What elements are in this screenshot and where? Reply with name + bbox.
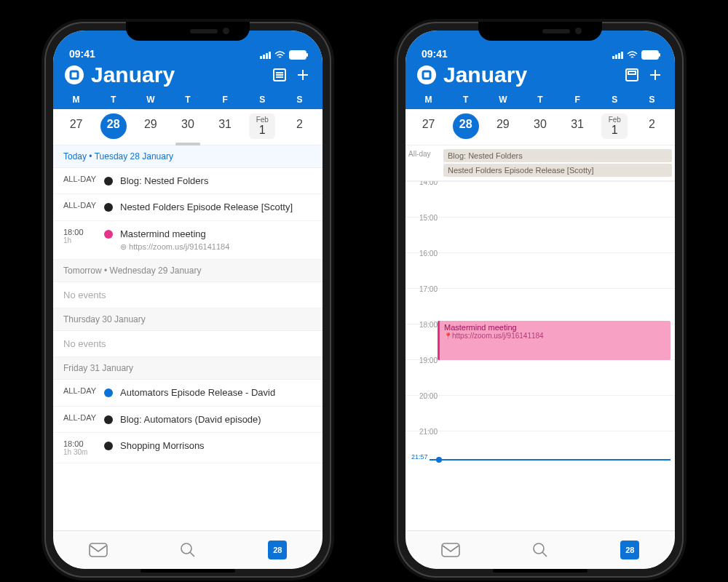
allday-event[interactable]: Blog: Nested Folders [443, 149, 672, 162]
calendar-dot-icon [104, 203, 113, 212]
event-row[interactable]: ALL-DAYBlog: Automators (David episode) [53, 407, 323, 434]
svg-point-8 [181, 543, 191, 554]
hour-label: 16:00 [405, 248, 442, 283]
date-cell[interactable]: Feb1 [249, 113, 275, 139]
tab-bar: 28 [53, 530, 323, 569]
section-header: Friday 31 January [53, 357, 323, 380]
event-title: Mastermind meetinghttps://zoom.us/j/9161… [120, 228, 312, 252]
header: January [53, 61, 323, 92]
agenda-list[interactable]: Today • Tuesday 28 JanuaryALL-DAYBlog: N… [53, 146, 323, 530]
svg-line-17 [542, 552, 547, 557]
phone-agenda: 09:41 January MTWTFSS 2728293031Feb12 [44, 22, 331, 578]
date-cell[interactable]: 28 [100, 113, 127, 139]
event-title: Blog: Nested Folders [120, 175, 312, 188]
status-time: 09:41 [69, 48, 95, 60]
event-row[interactable]: 18:001h 30mShopping Morrisons [53, 433, 323, 463]
notch [126, 22, 250, 41]
event-time: ALL-DAY [63, 413, 97, 426]
phone-dayview: 09:41 January MTWTFSS 2728293031Feb12 [397, 22, 684, 578]
timed-event[interactable]: Mastermind meetinghttps://zoom.us/j/9161… [438, 321, 670, 360]
svg-rect-7 [90, 543, 107, 557]
event-row[interactable]: ALL-DAYBlog: Nested Folders [53, 168, 323, 195]
svg-line-9 [190, 552, 194, 557]
date-cell[interactable]: 29 [138, 113, 164, 139]
home-indicator[interactable] [141, 569, 235, 573]
calendar-dot-icon [104, 415, 113, 424]
add-event-icon[interactable] [295, 67, 311, 83]
status-time: 09:41 [422, 48, 448, 60]
event-time: ALL-DAY [63, 201, 97, 214]
account-avatar[interactable] [417, 65, 436, 84]
date-cell[interactable]: 2 [638, 113, 665, 139]
signal-icon [612, 52, 623, 59]
date-cell[interactable]: 30 [527, 113, 553, 139]
weekday-row: MTWTFSS [53, 92, 323, 109]
date-cell[interactable]: 27 [416, 113, 442, 139]
event-title: Shopping Morrisons [120, 439, 312, 456]
battery-icon [289, 50, 306, 60]
home-indicator[interactable] [493, 569, 587, 573]
view-toggle-day-icon[interactable] [624, 67, 640, 83]
hour-label: 14:00 [405, 181, 442, 212]
calendar-dot-icon [104, 442, 113, 450]
hour-grid[interactable]: 14:0015:0016:0017:0018:0019:0020:0021:00… [405, 181, 675, 530]
now-indicator [410, 459, 670, 461]
tab-mail[interactable] [76, 543, 120, 557]
tab-calendar[interactable]: 28 [256, 541, 299, 559]
date-cell[interactable]: 28 [453, 113, 479, 139]
notch [478, 22, 602, 41]
tab-search[interactable] [166, 541, 210, 559]
tab-search[interactable] [518, 541, 562, 559]
tab-calendar[interactable]: 28 [608, 541, 652, 559]
tab-mail[interactable] [429, 543, 472, 557]
svg-rect-10 [423, 71, 430, 79]
allday-event[interactable]: Nested Folders Episode Release [Scotty] [443, 164, 672, 177]
date-strip[interactable]: 2728293031Feb12 [405, 109, 675, 146]
allday-label: All-day [405, 146, 443, 180]
wifi-icon [627, 51, 638, 60]
date-cell[interactable]: 29 [490, 113, 516, 139]
event-time: ALL-DAY [63, 175, 97, 188]
date-cell[interactable]: 31 [212, 113, 238, 139]
section-header: Thursday 30 January [53, 308, 323, 331]
event-row[interactable]: ALL-DAYNested Folders Episode Release [S… [53, 194, 323, 221]
weekday-row: MTWTFSS [405, 92, 675, 109]
date-cell[interactable]: 27 [63, 113, 90, 139]
svg-rect-15 [442, 543, 459, 557]
view-toggle-agenda-icon[interactable] [272, 67, 288, 83]
account-avatar[interactable] [65, 65, 84, 84]
battery-icon [641, 50, 659, 60]
calendar-dot-icon [104, 177, 113, 186]
event-location: https://zoom.us/j/916141184 [444, 332, 666, 340]
date-cell[interactable]: 2 [286, 113, 312, 139]
section-header: Today • Tuesday 28 January [53, 146, 323, 168]
calendar-dot-icon [104, 388, 113, 397]
date-cell[interactable]: Feb1 [601, 113, 628, 139]
hour-label: 17:00 [405, 284, 442, 319]
header: January [405, 61, 675, 92]
signal-icon [260, 52, 271, 59]
event-time: 18:001h 30m [63, 439, 97, 456]
no-events-label: No events [53, 331, 323, 357]
date-strip[interactable]: 2728293031Feb12 [53, 109, 323, 146]
calendar-icon: 28 [268, 541, 287, 559]
event-row[interactable]: ALL-DAYAutomators Episode Release - Davi… [53, 380, 323, 407]
tab-bar: 28 [405, 530, 675, 569]
event-title: Automators Episode Release - David [120, 386, 312, 399]
hour-label: 19:00 [405, 355, 442, 390]
svg-rect-0 [71, 71, 78, 79]
event-title: Nested Folders Episode Release [Scotty] [120, 201, 312, 214]
date-cell[interactable]: 30 [175, 113, 201, 139]
no-events-label: No events [53, 282, 323, 308]
date-cell[interactable]: 31 [564, 113, 590, 139]
calendar-dot-icon [104, 230, 113, 239]
month-title[interactable]: January [443, 63, 617, 87]
event-location: https://zoom.us/j/916141184 [120, 242, 312, 252]
event-time: ALL-DAY [63, 386, 97, 399]
svg-rect-12 [628, 71, 636, 74]
event-row[interactable]: 18:001hMastermind meetinghttps://zoom.us… [53, 221, 323, 260]
event-title: Mastermind meeting [444, 323, 666, 332]
month-title[interactable]: January [91, 63, 264, 87]
drag-handle-icon[interactable] [175, 143, 200, 146]
add-event-icon[interactable] [647, 67, 663, 83]
